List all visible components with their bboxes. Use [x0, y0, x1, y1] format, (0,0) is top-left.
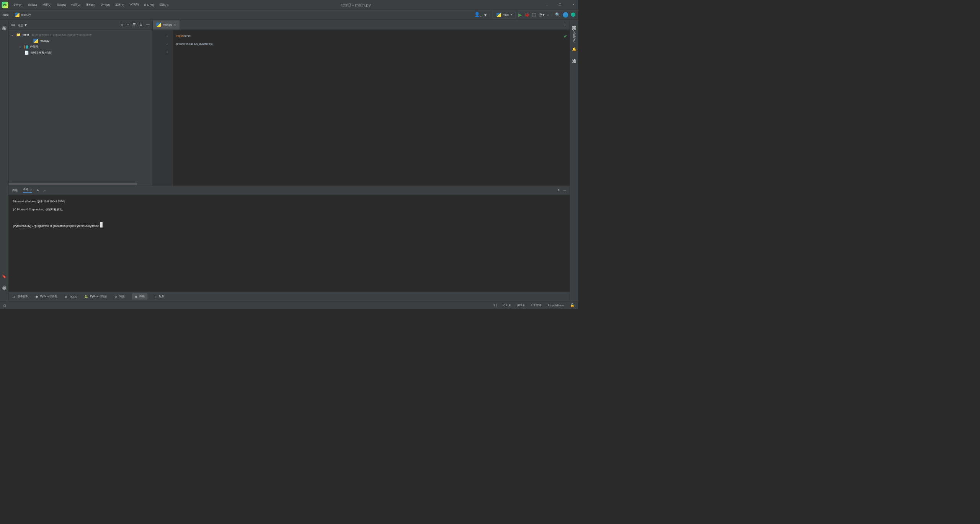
python-file-icon	[156, 23, 161, 27]
bookmark-icon[interactable]: 🔖	[2, 274, 7, 278]
menu-window[interactable]: 窗口(W)	[144, 3, 154, 7]
sidebar-hscroll[interactable]	[8, 182, 152, 186]
status-box-icon[interactable]: ▢	[3, 304, 6, 307]
terminal-icon: ▣	[135, 295, 137, 298]
right-gutter-database[interactable]: 数据库	[570, 22, 578, 24]
bottom-tab-packages[interactable]: ⬢Python 软件包	[36, 295, 57, 298]
bottom-tab-vcs[interactable]: ⎇版本控制	[12, 295, 28, 298]
right-gutter: 数据库 SciView 🔔 通知	[570, 20, 578, 301]
bottom-tabs: ⎇版本控制 ⬢Python 软件包 ☰TODO 🐍Python 控制台 ⊘问题 …	[8, 291, 570, 301]
minimize-icon[interactable]: —	[544, 2, 550, 7]
profiler-icon[interactable]: ◔▾	[539, 12, 544, 17]
tree-root-path: E:\programme of graduation project\Pytor…	[32, 33, 91, 36]
chevron-down-icon[interactable]: ⌄	[11, 33, 14, 36]
expand-icon[interactable]: ≡	[127, 23, 129, 27]
bottom-tab-todo[interactable]: ☰TODO	[65, 295, 77, 298]
tree-file[interactable]: main.py	[8, 38, 152, 44]
code-with-me-icon[interactable]	[563, 12, 568, 18]
bottom-tab-services[interactable]: ▷服务	[155, 295, 164, 298]
left-gutter-structure[interactable]: 结构	[0, 22, 8, 24]
menu-view[interactable]: 视图(V)	[42, 3, 52, 7]
menu-tools[interactable]: 工具(T)	[115, 3, 124, 7]
lock-icon[interactable]: 🔒	[570, 303, 575, 307]
code-editor[interactable]: 1 2 3 import torchprint(torch.cuda.is_av…	[153, 30, 570, 186]
warning-icon: ⊘	[115, 295, 117, 298]
menu-edit[interactable]: 编辑(E)	[28, 3, 37, 7]
stop-button[interactable]: ■	[547, 13, 549, 16]
gear-icon[interactable]: ⚙	[139, 23, 142, 27]
status-bar: ▢ 3:1 CRLF UTF-8 4 个空格 PytorchStudy 🔒	[0, 301, 578, 309]
tree-root[interactable]: ⌄ 📁 test0 E:\programme of graduation pro…	[8, 32, 152, 38]
breadcrumb: test0 〉 main.py	[3, 13, 31, 17]
hide-icon[interactable]: —	[563, 189, 566, 192]
navbar: test0 〉 main.py 👤+ ▾ | main ▾ ▶ 🐞 ⬚ ◔▾ ■…	[0, 10, 578, 20]
terminal-tab[interactable]: 本地 ×	[23, 187, 32, 193]
hide-icon[interactable]: —	[146, 23, 150, 27]
main-area: 结构 🔖 书签 ▭ 项目 ▾ ⊕ ≡ ≣ ⚙ —	[0, 20, 578, 301]
breadcrumb-file[interactable]: main.py	[21, 13, 31, 16]
tree-libs[interactable]: › 外部库	[8, 44, 152, 50]
scratch-icon: 📄	[24, 50, 29, 55]
debug-button[interactable]: 🐞	[524, 12, 529, 17]
tab-label: main.py	[163, 23, 172, 26]
tab-close-icon[interactable]: ×	[174, 23, 176, 27]
chevron-down-icon[interactable]: ⌄	[44, 189, 46, 192]
terminal-tab-close-icon[interactable]: ×	[30, 188, 32, 191]
add-user-icon[interactable]: 👤+	[474, 12, 482, 18]
inspection-ok-icon[interactable]: ✔	[564, 32, 567, 40]
bell-icon[interactable]: 🔔	[572, 47, 577, 51]
bottom-tab-console[interactable]: 🐍Python 控制台	[85, 295, 108, 298]
run-config-selector[interactable]: main ▾	[493, 11, 516, 19]
shield-icon[interactable]	[571, 12, 576, 17]
status-encoding[interactable]: UTF-8	[517, 304, 524, 307]
tab-actions-icon[interactable]: ⋮	[560, 22, 570, 27]
menu-run[interactable]: 运行(U)	[101, 3, 110, 7]
menu-help[interactable]: 帮助(H)	[159, 3, 168, 7]
tree-scratch[interactable]: › 📄 临时文件和控制台	[8, 50, 152, 56]
search-icon[interactable]: 🔍	[555, 12, 560, 17]
code-content[interactable]: import torchprint(torch.cuda.is_availabl…	[173, 30, 216, 186]
main-menu: 文件(F) 编辑(E) 视图(V) 导航(N) 代码(C) 重构(R) 运行(U…	[13, 3, 168, 7]
menu-refactor[interactable]: 重构(R)	[86, 3, 95, 7]
chevron-down-icon[interactable]: ▾	[484, 12, 487, 18]
line-numbers: 1 2 3	[153, 30, 173, 186]
app-logo-icon: PC	[2, 2, 8, 8]
menu-vcs[interactable]: VCS(S)	[129, 3, 139, 7]
tree-libs-name: 外部库	[30, 45, 38, 49]
tree-scratch-name: 临时文件和控制台	[31, 51, 52, 55]
project-icon: ▭	[11, 22, 15, 27]
todo-icon: ☰	[65, 295, 67, 298]
chevron-right-icon[interactable]: ›	[20, 45, 23, 49]
python-file-icon	[33, 39, 38, 43]
breadcrumb-root[interactable]: test0	[3, 13, 8, 16]
tree-root-name: test0	[23, 33, 29, 36]
status-position[interactable]: 3:1	[493, 304, 497, 307]
maximize-icon[interactable]: ❐	[557, 2, 564, 7]
workspace: ▭ 项目 ▾ ⊕ ≡ ≣ ⚙ — ⌄ 📁 test0 E:\	[8, 20, 570, 186]
status-interpreter[interactable]: PytorchStudy	[548, 304, 564, 307]
left-gutter-bookmark[interactable]: 书签	[0, 282, 8, 284]
coverage-icon[interactable]: ⬚	[532, 12, 536, 17]
window-title: test0 - main.py	[174, 2, 538, 8]
menu-navigate[interactable]: 导航(N)	[57, 3, 66, 7]
bottom-tab-problems[interactable]: ⊘问题	[115, 295, 125, 298]
right-gutter-notify[interactable]: 通知	[570, 55, 578, 57]
close-icon[interactable]: ✕	[570, 2, 576, 7]
terminal-content[interactable]: Microsoft Windows [版本 10.0.19042.1526](c…	[8, 195, 570, 291]
terminal-header: 终端: 本地 × + ⌄ ⚙ —	[8, 186, 570, 195]
status-indent[interactable]: 4 个空格	[531, 303, 541, 307]
bottom-tab-terminal[interactable]: ▣终端	[132, 293, 147, 299]
gear-icon[interactable]: ⚙	[557, 189, 560, 192]
titlebar: PC 文件(F) 编辑(E) 视图(V) 导航(N) 代码(C) 重构(R) 运…	[0, 0, 578, 10]
terminal-panel: 终端: 本地 × + ⌄ ⚙ — Microsoft Windows [版本 1…	[8, 186, 570, 291]
right-gutter-sciview[interactable]: SciView	[571, 27, 577, 43]
menu-code[interactable]: 代码(C)	[71, 3, 80, 7]
collapse-icon[interactable]: ≣	[133, 23, 136, 27]
locate-icon[interactable]: ⊕	[121, 23, 124, 27]
editor-tab[interactable]: main.py ×	[153, 20, 180, 29]
run-button[interactable]: ▶	[518, 12, 522, 18]
menu-file[interactable]: 文件(F)	[13, 3, 22, 7]
terminal-add-icon[interactable]: +	[36, 188, 39, 193]
status-crlf[interactable]: CRLF	[503, 304, 510, 307]
sidebar-title[interactable]: 项目 ▾	[18, 22, 118, 28]
